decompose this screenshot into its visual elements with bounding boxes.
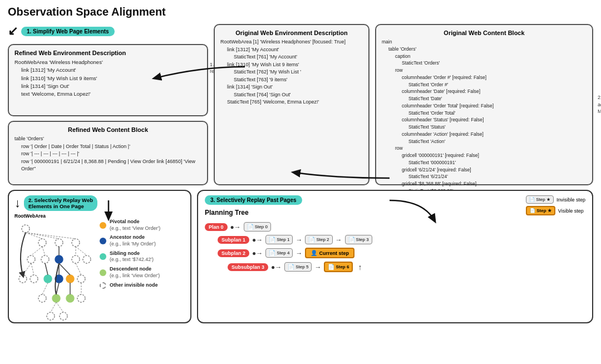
visible-step-label: Visible step [558, 208, 584, 214]
step1-label: 1. Simplify Web Page Elements [21, 27, 115, 36]
step-2-node: 📄 Step 2 [305, 235, 332, 244]
planning-box: 3. Selectively Replay Past Pages Plannin… [197, 190, 593, 323]
orig-env-content: RootWebArea [1] 'Wireless Headphones' [f… [220, 38, 363, 106]
pivotal-dot [100, 222, 106, 229]
rootwebarea-label: RootWebArea [14, 213, 95, 219]
descendent-text: Descendent node (e.g., link 'View Order'… [110, 266, 160, 279]
subplan-2-label: Subplan 2 [218, 249, 249, 257]
arrow-right-sub1: ●→ [252, 236, 263, 244]
arrow-down-icon-2: ↓ [14, 196, 21, 210]
svg-line-24 [31, 263, 34, 275]
svg-point-10 [72, 255, 80, 263]
subplan-1-label: Subplan 1 [218, 236, 249, 244]
tree-box: ↓ 2. Selectively Replay WebElements in O… [8, 190, 191, 323]
arrow-sub3-6: → [314, 263, 321, 271]
svg-point-9 [55, 255, 63, 263]
tree-svg-area: RootWebArea [14, 213, 95, 323]
refined-content-box: Refined Web Content Block table 'Orders'… [8, 121, 208, 185]
convert-html-label: 2. Convert HTML or accessibility tree to… [598, 94, 601, 115]
orig-env-box: Original Web Environment Description Roo… [214, 24, 370, 185]
main-container: Observation Space Alignment ↙ 1. Simplif… [0, 0, 601, 364]
svg-point-31 [66, 294, 74, 302]
svg-line-5 [26, 233, 59, 239]
svg-point-32 [77, 294, 85, 302]
legend-visible-step: 📄 Step ★ Visible step [526, 206, 585, 215]
bottom-row: ↓ 2. Selectively Replay WebElements in O… [8, 190, 593, 323]
svg-line-25 [45, 263, 48, 275]
tree-diagram-svg [14, 220, 95, 323]
svg-line-33 [42, 283, 48, 294]
svg-point-30 [52, 294, 60, 302]
arrow-right-subsub3: ●→ [271, 263, 282, 271]
svg-line-6 [26, 233, 76, 239]
step-6-node: 📄 Step 6 [324, 262, 353, 272]
up-arrow-icon: ↑ [358, 263, 362, 272]
step-1-node: 📄 Step 1 [265, 235, 293, 244]
svg-line-40 [56, 302, 63, 312]
svg-line-16 [76, 247, 87, 255]
svg-point-18 [30, 275, 38, 283]
sibling-dot [100, 253, 106, 260]
svg-line-13 [42, 247, 45, 255]
invisible-text: Other invisible node [110, 282, 158, 289]
descendent-dot [100, 269, 106, 276]
ancestor-dot [100, 238, 106, 244]
svg-line-28 [76, 263, 81, 275]
step-5-node: 📄 Step 5 [284, 262, 312, 272]
plan-0-label: Plan 0 [205, 223, 228, 231]
subsubplan-3-label: Subsubplan 3 [228, 263, 268, 271]
page-title: Observation Space Alignment [8, 6, 593, 18]
svg-line-27 [59, 263, 70, 275]
invisible-dot [100, 282, 106, 289]
legend-invisible: Other invisible node [100, 282, 185, 289]
legend-pivotal: Pivotal node (e.g., text 'View Order') [100, 219, 185, 232]
plan-row-sub1: Subplan 1 ●→ 📄 Step 1 → 📄 Step 2 → 📄 Ste [205, 235, 585, 244]
invisible-step-box: 📄 Step ★ [526, 195, 554, 204]
arrow-right-sub2: ●→ [252, 249, 263, 257]
plan-row-0: Plan 0 ●→ 📄 Step 0 [205, 222, 585, 232]
planning-title: Planning Tree [205, 209, 249, 217]
svg-point-0 [22, 225, 29, 233]
orig-env-title: Original Web Environment Description [220, 29, 363, 36]
refined-env-box: Refined Web Environment Description Root… [8, 44, 208, 116]
svg-point-37 [47, 312, 55, 320]
step3-label-row: 3. Selectively Replay Past Pages [205, 195, 302, 205]
step-3-node: 📄 Step 3 [345, 235, 372, 244]
refined-env-content: RootWebArea 'Wireless Headphones' link [… [14, 58, 201, 98]
top-left-column: ↙ 1. Simplify Web Page Elements Refined … [8, 24, 208, 185]
current-step-node: 👤 Current step [305, 248, 354, 258]
svg-point-7 [27, 255, 35, 263]
svg-point-38 [60, 312, 67, 320]
arrow-down-icon: ↙ [8, 24, 18, 38]
svg-line-23 [23, 263, 31, 275]
ancestor-text: Ancestor node (e.g., link 'My Order') [110, 234, 156, 247]
invisible-step-label: Invisible step [556, 197, 585, 203]
arrow-right-0: ●→ [230, 223, 241, 231]
visible-step-box: 📄 Step ★ [526, 206, 555, 215]
arrow-s1-3: → [336, 236, 342, 244]
legend-invisible-step: 📄 Step ★ Invisible step [526, 195, 585, 204]
svg-point-11 [83, 255, 91, 263]
arrow-s2-current: → [295, 249, 302, 257]
step-0-node: 📄 Step 0 [244, 222, 271, 232]
orig-content-box: Original Web Content Block main table 'O… [375, 24, 593, 185]
refined-content-body: table 'Orders' row '| Order | Date | Ord… [14, 135, 201, 173]
planning-header: 3. Selectively Replay Past Pages Plannin… [205, 195, 585, 220]
svg-point-21 [66, 275, 74, 283]
step-4-node: 📄 Step 4 [265, 248, 293, 258]
svg-point-2 [55, 239, 63, 247]
plan-rows: Plan 0 ●→ 📄 Step 0 Subplan 1 ●→ 📄 Step 1 [205, 222, 585, 272]
svg-point-3 [72, 239, 80, 247]
svg-point-8 [41, 255, 49, 263]
svg-point-22 [77, 275, 85, 283]
svg-line-12 [31, 247, 42, 255]
svg-point-17 [19, 275, 27, 283]
legend-sibling: Sibling node (e.g., text '$742.42') [100, 250, 185, 263]
arrow-s1-2: → [295, 236, 302, 244]
step2-label: 2. Selectively Replay WebElements in One… [24, 195, 97, 211]
step1-label-row: ↙ 1. Simplify Web Page Elements [8, 24, 208, 38]
svg-line-34 [56, 283, 59, 294]
legend-descendent: Descendent node (e.g., link 'View Order'… [100, 266, 185, 279]
svg-point-19 [44, 275, 52, 283]
planning-legend: 📄 Step ★ Invisible step 📄 Step ★ Visible… [526, 195, 585, 215]
